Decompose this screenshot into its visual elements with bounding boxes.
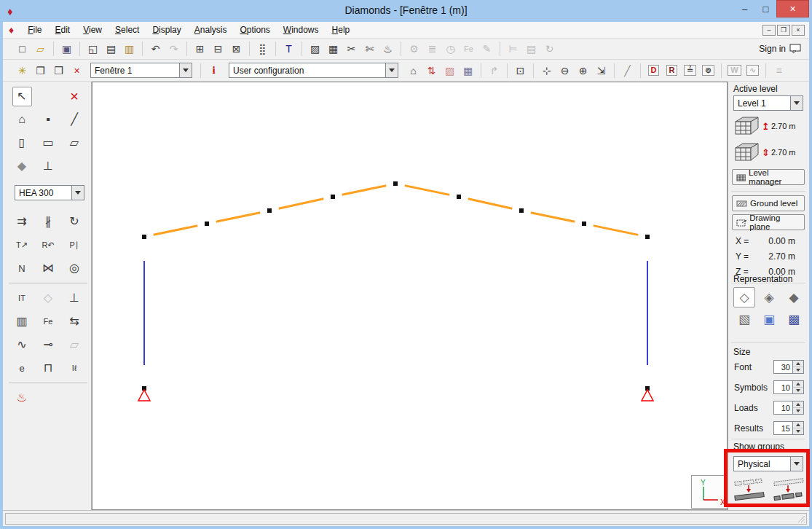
eccentricity-button[interactable]: e [12,358,32,378]
section-results-button[interactable]: ⇅ [423,63,440,79]
pinned-support-icon-1[interactable] [138,390,150,401]
mdi-app-icon[interactable]: ♦ [3,24,21,36]
representation-rendered-button[interactable]: ▣ [758,309,780,329]
maximize-button[interactable]: □ [755,0,776,17]
copy-rotate-button[interactable]: ↻ [65,212,84,232]
solid-view-button[interactable]: ⌂ [405,63,422,79]
print-button[interactable]: ▤ [103,41,119,57]
fire-design-button[interactable]: ♨ [12,388,32,408]
measure-button[interactable]: ╱ [619,63,636,79]
show-groups-combo[interactable]: Physical [733,456,803,471]
close-button[interactable]: × [776,0,809,17]
supports-button[interactable]: ⊥ [65,289,84,308]
window-combo-arrow[interactable] [179,63,192,77]
level-manager-button[interactable]: Level manager [732,169,805,185]
representation-section-button[interactable]: ▧ [733,309,755,329]
draw-beam-button[interactable]: ▭ [39,133,58,153]
export-report-button[interactable]: ▥ [121,41,138,57]
roof-beam-member-4[interactable] [342,186,387,195]
representation-textured-button[interactable]: ▩ [783,309,805,329]
pan-button[interactable]: ⊹ [538,63,555,79]
spring-support-button[interactable]: ∿ [12,335,32,355]
grid-vertical-button[interactable]: ⊞ [192,41,208,57]
project-info-button[interactable]: i [205,63,222,79]
window-list-button[interactable]: ❒ [50,63,67,79]
mirror-button[interactable]: P∣ [65,235,84,255]
font-size-stepper[interactable]: 30 [773,360,804,374]
level-combo-arrow[interactable] [790,96,803,110]
window-combo[interactable]: Fenêtre 1 [90,63,192,78]
calculator-button[interactable]: ▦ [325,41,342,57]
drawing-plane-tool-button[interactable]: ⊡ [512,63,529,79]
sign-in[interactable]: Sign in [759,44,809,54]
draw-plate-button[interactable]: ◆ [12,157,32,176]
pinned-support-icon-2[interactable] [642,390,653,401]
representation-wireframe-button[interactable]: ◇ [733,287,755,307]
mesh-view-button[interactable]: ▨ [441,63,458,79]
roof-beam-member-7[interactable] [531,213,575,222]
resize-grip-icon[interactable] [796,514,805,523]
delete-selection-button[interactable]: × [65,87,84,106]
menu-options[interactable]: Options [233,23,276,37]
zoom-extents-button[interactable]: ⇲ [593,63,610,79]
menu-edit[interactable]: Edit [49,23,77,37]
divide-elements-button[interactable]: ∦ [39,212,58,232]
node-1[interactable] [142,235,146,239]
cut-line-button[interactable]: ✄ [361,41,378,57]
material-button[interactable]: Fe [39,312,58,332]
project-nodes-button[interactable]: N [12,259,32,278]
report-preview-button[interactable]: ⊚ [700,63,717,79]
buckling-length-button[interactable]: Iℓ [65,358,84,378]
section-combo[interactable]: HEA 300 [15,185,84,200]
translate-button[interactable]: T↗ [12,235,32,255]
menu-view[interactable]: View [76,23,109,37]
roof-beam-member-5[interactable] [405,186,450,195]
draw-foundation-button[interactable]: ⊥ [39,157,58,176]
menu-display[interactable]: Display [146,23,187,37]
draw-column-button[interactable]: ▯ [12,133,32,153]
loads-size-up-button[interactable] [793,401,803,407]
menu-file[interactable]: File [21,23,48,37]
mdi-minimize-button[interactable]: – [762,25,776,36]
node-7[interactable] [519,208,524,213]
node-2[interactable] [205,222,209,226]
symbols-size-stepper[interactable]: 10 [773,380,804,394]
results-report-button[interactable]: R [663,63,680,79]
section-library-button[interactable]: ▥ [12,312,32,332]
mdi-restore-button[interactable]: ❐ [777,25,790,36]
draw-node-button[interactable]: ▪ [39,110,58,130]
roof-beam-member-1[interactable] [154,226,198,235]
group-split-icon[interactable] [772,477,807,501]
cross-sections-button[interactable]: IT [12,289,32,308]
palette-view-button[interactable]: ▦ [460,63,476,79]
mesh-panel-button[interactable]: ▨ [307,41,323,57]
results-size-down-button[interactable] [793,428,803,434]
font-size-up-button[interactable] [793,361,803,367]
dot-grid-button[interactable]: ⣿ [254,41,271,57]
copy-properties-button[interactable]: ⇆ [65,312,84,332]
roof-beam-member-2[interactable] [216,213,261,222]
mdi-close-button[interactable]: × [792,25,805,36]
select-tool-button[interactable]: ↖ [12,87,32,106]
results-size-stepper[interactable]: 15 [773,421,804,435]
open-file-button[interactable]: ▱ [32,41,49,57]
roof-beam-member-8[interactable] [594,226,639,235]
close-window-button[interactable]: × [68,63,85,79]
results-size-up-button[interactable] [793,422,803,428]
code-check-button[interactable]: ≟ [682,63,698,79]
rotate-button[interactable]: R↶ [39,235,58,255]
undo-button[interactable]: ↶ [147,41,164,57]
results-diamonds-button[interactable]: D [645,63,662,79]
intersect-elements-button[interactable]: ⋈ [39,259,58,278]
menu-help[interactable]: Help [326,23,357,37]
node-5[interactable] [393,181,398,186]
menu-select[interactable]: Select [109,23,146,37]
grid-horizontal-button[interactable]: ⊠ [228,41,245,57]
copy-elements-button[interactable]: ⇉ [12,212,32,232]
minimize-button[interactable]: – [734,0,755,17]
group-merge-icon[interactable] [733,477,768,501]
new-file-button[interactable]: □ [14,41,31,57]
config-combo[interactable]: User configuration [229,63,398,78]
cut-section-button[interactable]: ✂ [343,41,360,57]
node-8[interactable] [582,222,586,226]
